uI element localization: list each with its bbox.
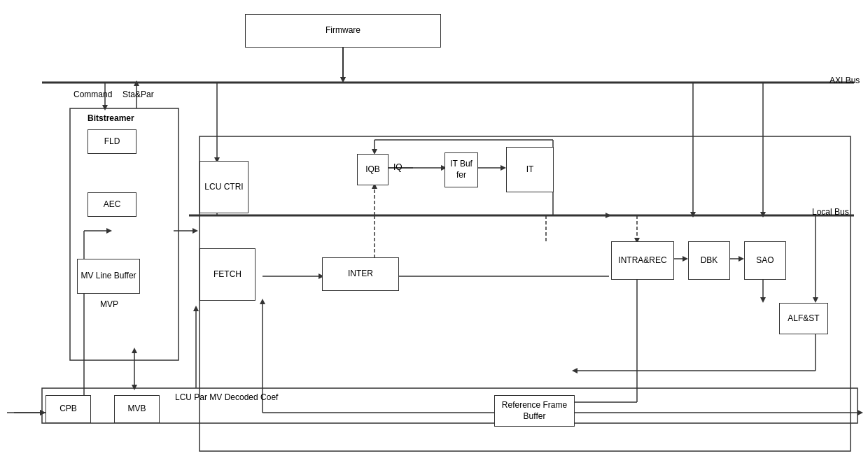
inter-box: INTER [322,257,399,291]
mvb-box: MVB [114,395,160,423]
ref-frame-buffer-label: Reference Frame Buffer [495,400,574,422]
dbk-box: DBK [688,241,730,280]
mvb-label: MVB [127,404,146,415]
intra-rec-label: INTRA&REC [618,255,666,266]
sao-label: SAO [756,255,774,266]
svg-marker-7 [340,77,346,83]
aec-box: AEC [88,192,136,217]
svg-marker-19 [106,228,112,234]
svg-marker-3 [340,77,346,83]
svg-marker-63 [260,299,265,304]
lcu-ctrl-label: LCU CTRI [204,182,243,193]
command-label: Command [74,90,112,99]
iqb-label: IQB [365,164,380,176]
sao-box: SAO [744,241,786,280]
cpb-label: CPB [59,404,77,415]
iq-label: IQ [393,162,402,172]
lcu-ctrl-box: LCU CTRI [200,161,248,213]
svg-marker-47 [690,212,696,218]
axi-bus-label: AXI Bus [830,76,860,85]
lcu-par-label: LCU Par MV Decoded Coef [175,392,278,404]
dbk-label: DBK [701,255,718,266]
svg-marker-60 [572,368,578,373]
fetch-box: FETCH [200,248,255,301]
svg-marker-49 [760,212,766,218]
svg-marker-73 [192,228,198,234]
svg-marker-16 [40,410,46,415]
svg-marker-14 [40,410,46,415]
firmware-label: Firmware [326,25,360,36]
alf-st-label: ALF&ST [788,313,819,325]
local-bus-label: Local Bus [812,207,849,217]
svg-marker-51 [682,256,688,262]
ref-frame-buffer-box: Reference Frame Buffer [494,395,575,427]
cpb-box: CPB [46,395,91,423]
it-box: IT [506,147,554,192]
svg-marker-38 [606,213,611,218]
fld-label: FLD [104,136,120,148]
mvp-label: MVP [100,299,118,309]
it-label: IT [526,164,534,176]
svg-marker-35 [500,165,506,171]
mv-line-buffer-box: MV Line Buffer [77,259,140,294]
svg-marker-69 [858,410,863,415]
firmware-box: Firmware [245,14,441,48]
svg-marker-71 [193,306,199,311]
sta-par-label: Sta&Par [122,90,154,99]
alf-st-box: ALF&ST [779,303,828,334]
svg-marker-21 [132,348,137,353]
aec-label: AEC [104,199,121,211]
svg-marker-53 [738,256,744,262]
inter-label: INTER [348,269,373,280]
fetch-label: FETCH [214,269,241,280]
bitstreamer-label: Bitstreamer [88,113,134,123]
svg-rect-80 [42,388,858,423]
svg-marker-22 [132,385,137,390]
svg-marker-57 [813,297,818,303]
svg-marker-12 [134,80,139,86]
intra-rec-box: INTRA&REC [611,241,674,280]
it-buffer-label: IT Buf fer [445,159,477,180]
svg-marker-10 [102,105,108,111]
iqb-box: IQB [357,154,388,185]
mv-line-buffer-label: MV Line Buffer [80,271,136,282]
block-diagram: Firmware AXI Bus Local Bus Command Sta&P… [0,0,868,463]
svg-marker-55 [760,297,766,303]
it-buffer-box: IT Buf fer [444,152,478,187]
fld-box: FLD [88,129,136,154]
